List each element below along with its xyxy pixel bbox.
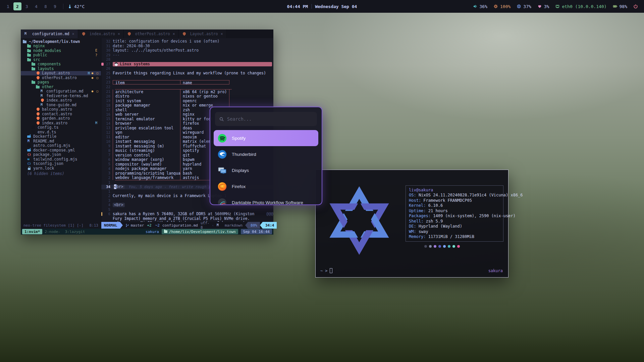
- table-col-name: name: [180, 80, 229, 84]
- git-added-count: +2: [147, 223, 152, 228]
- tree-item[interactable]: astro.config.mjs: [21, 143, 101, 148]
- tree-item[interactable]: README.md: [21, 139, 101, 143]
- tree-item[interactable]: node_modules E: [21, 48, 101, 53]
- table-cell-item: shell: [113, 108, 180, 112]
- table-cell-item: terminal emulator: [113, 117, 180, 121]
- file-icon: [27, 49, 32, 53]
- tree-item[interactable]: public ?: [21, 53, 101, 58]
- workspace-button[interactable]: 9: [51, 2, 59, 10]
- table-row: 21 architecture x86_64 (rip m2 pro): [101, 89, 273, 94]
- launcher-item[interactable]: Displays: [214, 162, 318, 178]
- buffer-tab[interactable]: index.astro ×: [78, 29, 124, 38]
- tree-item[interactable]: env.d.ts: [21, 130, 101, 134]
- module-icon: [473, 4, 478, 9]
- tree-item[interactable]: index.astro H: [21, 121, 101, 125]
- tree-item[interactable]: docker-compose.yml: [21, 148, 101, 153]
- file-icon: [27, 153, 32, 157]
- tree-item[interactable]: tsconfig.json: [21, 162, 101, 166]
- tab-label: Layout.astro: [190, 32, 218, 36]
- tree-item[interactable]: other: [21, 84, 101, 89]
- table-cell-item: package manager: [113, 103, 180, 108]
- tree-item[interactable]: Layout.astro H ● ▢: [21, 71, 101, 76]
- editor-line: 5: [101, 207, 273, 212]
- tmux-window-tab[interactable]: 2:node-: [42, 229, 62, 234]
- statusline: neo-tree filesystem [1] [-] 8:13 NORMAL …: [21, 222, 273, 229]
- workspace-button[interactable]: 2: [13, 2, 21, 10]
- shell-prompt[interactable]: ~ >: [320, 268, 332, 273]
- buffer-tab[interactable]: Layout.astro ×: [179, 29, 227, 38]
- git-flag: H: [88, 71, 90, 75]
- app-icon: [217, 133, 227, 143]
- fetch-info-line: Memory11731MiB / 31280MiB: [409, 234, 500, 240]
- close-icon[interactable]: ×: [221, 32, 223, 36]
- launcher-item[interactable]: Darktable Photo Workflow Software: [214, 194, 318, 205]
- table-cell-name: nixos or gentoo: [180, 94, 229, 99]
- buffer-tab[interactable]: otherPost.astro ×: [124, 29, 179, 38]
- bar-module[interactable]: 3%: [537, 4, 549, 9]
- workspace-button[interactable]: 4: [32, 2, 40, 10]
- bar-module[interactable]: 100%: [493, 4, 511, 9]
- tree-item[interactable]: yarn.lock: [21, 166, 101, 171]
- tree-item[interactable]: ~/Development/liv.town: [21, 39, 101, 44]
- bar-module[interactable]: 37%: [517, 4, 531, 9]
- git-status-dots: ● ▢: [92, 76, 99, 79]
- table-row: 20 distro nixos or gentoo: [101, 94, 273, 99]
- tmux-hostname: sakura: [146, 230, 159, 234]
- bar-module[interactable]: [633, 4, 640, 9]
- workspace-button[interactable]: 1: [4, 2, 12, 10]
- close-icon[interactable]: ×: [72, 32, 74, 36]
- app-icon: [217, 181, 227, 191]
- bar-module[interactable]: 98%: [613, 4, 627, 9]
- tree-item[interactable]: tone-guide.md: [21, 103, 101, 107]
- tree-item[interactable]: package.json: [21, 153, 101, 157]
- tree-item[interactable]: garden.astro: [21, 116, 101, 121]
- workspace-button[interactable]: 8: [42, 2, 50, 10]
- tmux-path-segment: /home/liv/Development/liv.town: [162, 229, 238, 234]
- neotree-panel[interactable]: ~/Development/liv.town nginx node_module…: [21, 38, 101, 222]
- tree-item[interactable]: tailwind.config.mjs: [21, 157, 101, 162]
- launcher-item[interactable]: Spotify: [214, 130, 318, 146]
- tree-item[interactable]: index.astro: [21, 98, 101, 103]
- tree-item[interactable]: nginx: [21, 44, 101, 49]
- module-icon: [633, 4, 638, 9]
- close-icon[interactable]: ×: [173, 32, 175, 36]
- editor-line: 30 layout: ../../layouts/otherPost.astro: [101, 48, 273, 53]
- fetch-info-line: Kernel6.10.6: [409, 203, 500, 208]
- tree-item[interactable]: layouts: [21, 66, 101, 71]
- table-cell-item: vpn: [113, 130, 180, 135]
- tmux-window-tab[interactable]: 1:nvim*: [22, 229, 42, 234]
- terminal-window[interactable]: liv@sakura OSNixOS 24.11.20240828.71e91c…: [315, 170, 508, 278]
- file-icon: [36, 85, 40, 89]
- table-cell-item: architecture: [113, 89, 180, 94]
- nixos-snowflake-logo: [320, 177, 398, 264]
- bar-divider: [63, 4, 63, 9]
- search-icon: [219, 117, 224, 122]
- launcher-search[interactable]: [215, 112, 317, 126]
- tree-item[interactable]: otherPost.astro ● ▢: [21, 75, 101, 80]
- close-icon[interactable]: ×: [118, 32, 120, 36]
- app-launcher[interactable]: Spotify Thunderbird Displays Fir: [210, 107, 322, 205]
- tree-item[interactable]: configuration.md ● ▢: [21, 89, 101, 94]
- tree-item[interactable]: components: [21, 62, 101, 67]
- search-input[interactable]: [227, 116, 313, 122]
- tmux-window-tab[interactable]: 3:lazygit: [63, 229, 88, 234]
- tree-item[interactable]: src: [21, 57, 101, 62]
- buffer-tab[interactable]: configuration.md ×: [21, 29, 78, 38]
- launcher-item[interactable]: Firefox: [214, 178, 318, 194]
- launcher-item[interactable]: Thunderbird: [214, 146, 318, 162]
- bar-module[interactable]: eth0 (10.0.0.140): [555, 4, 606, 9]
- tree-item[interactable]: config.ts: [21, 125, 101, 130]
- bar-module[interactable]: 36%: [473, 4, 487, 9]
- tree-item[interactable]: pages: [21, 80, 101, 85]
- editor-line: 31 date: 2024-08-30: [101, 44, 273, 49]
- status-bar: 1 2 3 4 8 9 42°C 04:44 PM Wednesday Sep …: [0, 0, 644, 13]
- tree-item[interactable]: fediverse-terms.md: [21, 94, 101, 98]
- git-flag: ?: [95, 53, 97, 57]
- editor-line: 28: [101, 57, 273, 62]
- tree-item[interactable]: balcony.astro: [21, 107, 101, 112]
- tree-item[interactable]: Dockerfile: [21, 134, 101, 139]
- tree-item[interactable]: contact.astro: [21, 112, 101, 116]
- bufferline: configuration.md × index.astro × otherPo…: [21, 29, 273, 38]
- table-cell-name: x86_64 (rip m2 pro): [180, 89, 229, 94]
- workspace-button[interactable]: 3: [23, 2, 31, 10]
